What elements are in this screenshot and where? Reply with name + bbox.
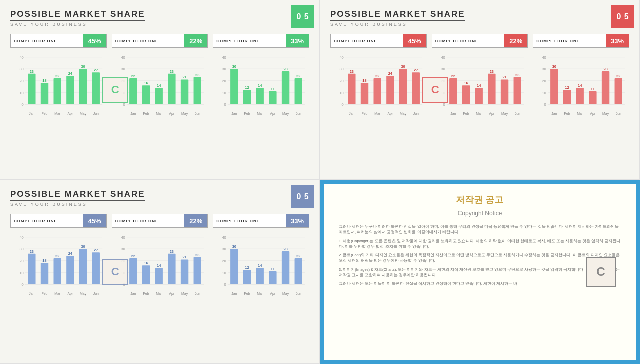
svg-text:May: May [80,292,87,296]
svg-text:Feb: Feb [244,292,250,296]
copyright-title-en: Copyright Notice [458,210,502,217]
svg-text:Feb: Feb [463,112,469,116]
svg-text:Feb: Feb [564,112,570,116]
svg-text:Feb: Feb [362,112,368,116]
svg-text:20: 20 [222,259,226,264]
competitor-label: COMPETITOR ONE [534,34,606,48]
chart-block-0: COMPETITOR ONE45%01020304026Jan18Feb22Ma… [330,34,427,112]
svg-text:40: 40 [222,56,226,60]
svg-rect-55 [194,78,201,104]
svg-text:21: 21 [182,75,186,80]
panel-bottom-left: 0 5POSSIBLE MARKET SHARESAVE YOUR BUSINE… [0,180,320,364]
competitor-badge: COMPETITOR ONE45% [330,34,427,48]
watermark-logo: C [102,77,128,103]
chart-block-0: COMPETITOR ONE45%01020304026Jan18Feb22Ma… [10,34,107,112]
svg-text:Mar: Mar [374,112,381,116]
svg-text:Mar: Mar [258,292,264,296]
svg-text:14: 14 [258,84,262,88]
copyright-title-kr: 저작권 공고 [456,194,504,206]
competitor-label: COMPETITOR ONE [331,34,404,48]
competitor-badge: COMPETITOR ONE33% [533,34,630,48]
svg-text:Apr: Apr [169,292,174,296]
svg-text:40: 40 [542,56,546,60]
svg-text:27: 27 [94,248,98,252]
competitor-badge: COMPETITOR ONE22% [112,214,208,228]
svg-rect-168 [602,72,610,104]
svg-text:0: 0 [443,102,445,107]
svg-text:22: 22 [616,74,620,78]
svg-text:40: 40 [441,56,445,60]
svg-text:Jun: Jun [94,112,99,116]
competitor-label: COMPETITOR ONE [112,34,185,48]
svg-text:0: 0 [224,282,226,287]
svg-text:22: 22 [56,254,60,258]
svg-rect-11 [28,74,36,104]
svg-text:May: May [282,292,290,296]
svg-text:12: 12 [246,266,250,270]
competitor-label: COMPETITOR ONE [214,214,286,228]
svg-text:16: 16 [464,81,468,86]
svg-text:12: 12 [566,86,570,90]
svg-rect-229 [194,258,201,284]
copyright-content: 저작권 공고 Copyright Notice 그러나 세현은 누구나 이러한 … [324,184,636,360]
svg-text:Mar: Mar [54,292,61,296]
panel-number: 0 5 [612,6,634,28]
copyright-body5: 그러나 세현은 모든 이들이 이 불편한 진실을 직시하고 인정해야 한다고 믿… [339,281,621,286]
svg-text:30: 30 [232,64,236,69]
svg-rect-226 [181,260,188,284]
svg-text:26: 26 [170,250,174,254]
bar-chart: 01020304026Jan18Feb22Mar24Apr30May27Jun [10,52,107,112]
svg-rect-188 [41,264,48,284]
competitor-pct: 22% [184,34,208,48]
svg-text:40: 40 [20,236,24,240]
chart-block-2: COMPETITOR ONE33%01020304030Jan12Feb14Ma… [213,34,310,112]
svg-rect-14 [41,84,48,104]
svg-rect-20 [66,76,74,104]
svg-text:14: 14 [477,84,482,88]
svg-text:26: 26 [30,70,34,74]
svg-text:0: 0 [224,102,226,107]
svg-text:May: May [282,112,290,116]
svg-text:Jan: Jan [232,292,238,296]
svg-rect-258 [295,258,302,284]
svg-text:14: 14 [157,84,162,88]
chart-block-2: COMPETITOR ONE33%01020304030Jan12Feb14Ma… [213,214,310,292]
svg-text:Jun: Jun [514,112,520,116]
bar-chart: 01020304030Jan12Feb14Mar11Apr28May22Jun [213,52,310,112]
svg-text:28: 28 [284,67,288,72]
svg-text:May: May [502,112,508,116]
svg-text:0: 0 [342,102,344,107]
panel-title: POSSIBLE MARKET SHARE [330,10,466,21]
competitor-pct: 33% [606,34,629,48]
panel-title: POSSIBLE MARKET SHARE [10,190,146,201]
competitor-label: COMPETITOR ONE [11,34,84,48]
panel-title: POSSIBLE MARKET SHARE [10,10,146,21]
svg-rect-46 [155,88,162,104]
svg-text:Feb: Feb [244,112,250,116]
svg-rect-136 [488,74,496,104]
svg-text:30: 30 [542,67,546,72]
svg-text:May: May [80,112,87,116]
svg-text:20: 20 [542,79,546,84]
svg-text:40: 40 [340,56,344,60]
copyright-body1: 그러나 세현은 누구나 이러한 불편한 진실을 알아야 하며, 이를 통해 우리… [339,224,621,236]
svg-text:30: 30 [81,244,85,249]
svg-rect-26 [92,72,100,104]
svg-text:10: 10 [222,271,226,276]
competitor-pct: 33% [286,34,309,48]
panel-top-left: 0 5POSSIBLE MARKET SHARESAVE YOUR BUSINE… [0,0,320,180]
svg-rect-49 [168,74,176,104]
svg-text:30: 30 [222,67,226,72]
svg-text:10: 10 [222,91,226,96]
svg-rect-191 [54,258,61,284]
svg-text:Apr: Apr [489,112,494,116]
svg-text:Apr: Apr [68,112,73,116]
svg-text:Apr: Apr [68,292,73,296]
svg-rect-110 [400,69,407,104]
svg-text:0: 0 [22,282,24,287]
competitor-badge: COMPETITOR ONE45% [10,34,107,48]
svg-rect-255 [282,252,290,284]
svg-rect-197 [80,249,87,284]
svg-text:22: 22 [131,74,135,78]
svg-text:10: 10 [340,91,344,96]
